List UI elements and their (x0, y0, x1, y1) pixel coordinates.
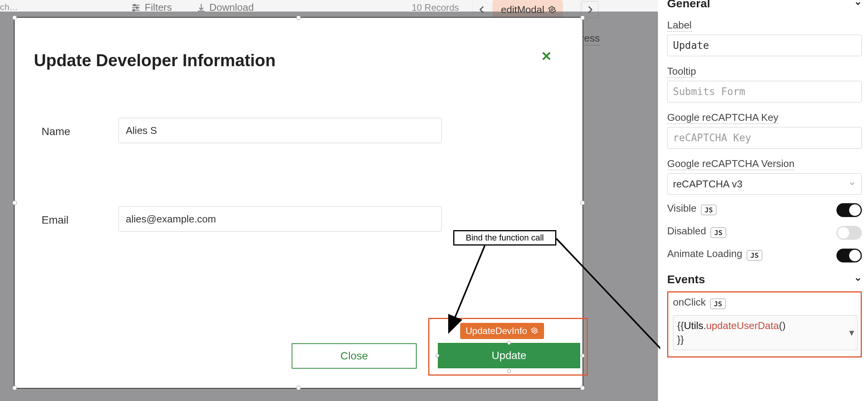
code-open: {{ (677, 320, 684, 331)
update-button-selection: UpdateDevInfo Update (428, 318, 588, 376)
search-placeholder-fragment: ch... (0, 2, 18, 12)
prop-recaptcha-version-value: reCAPTCHA v3 (673, 178, 743, 190)
prop-label-input[interactable] (667, 35, 862, 56)
resize-handle[interactable] (580, 386, 585, 390)
prop-animate-row: Animate Loading JS (667, 248, 862, 263)
name-input[interactable] (119, 118, 442, 143)
resize-handle[interactable] (580, 200, 585, 205)
prop-recaptcha-key-label: Google reCAPTCHA Key (667, 112, 778, 124)
prop-recaptcha-version-select[interactable]: reCAPTCHA v3 (667, 173, 862, 195)
close-icon[interactable]: ✕ (541, 48, 552, 64)
prop-disabled-toggle[interactable] (836, 226, 862, 240)
prop-label-label: Label (667, 19, 692, 32)
prop-recaptcha-version-label: Google reCAPTCHA Version (667, 158, 795, 170)
events-highlight-box: onClick JS {{Utils.updateUserData()}} ▾ (667, 291, 862, 358)
update-button[interactable]: Update (438, 343, 580, 368)
svg-point-5 (133, 9, 134, 11)
filters-icon (131, 3, 141, 13)
prop-onclick-code[interactable]: {{Utils.updateUserData()}} ▾ (673, 315, 858, 350)
section-events-label: Events (667, 273, 705, 286)
caret-down-icon[interactable]: ▾ (849, 326, 854, 339)
code-fn: updateUserData (706, 320, 779, 331)
svg-point-7 (534, 330, 536, 332)
prop-animate-label: Animate Loading (667, 248, 742, 260)
resize-handle[interactable] (296, 15, 301, 20)
prop-onclick-label: onClick (673, 296, 706, 308)
prop-visible-toggle[interactable] (836, 203, 862, 217)
resize-handle[interactable] (581, 354, 585, 358)
code-paren: () (779, 320, 786, 331)
svg-point-1 (134, 4, 135, 6)
prop-visible-label: Visible (667, 202, 696, 214)
code-obj: Utils (684, 320, 703, 331)
name-label: Name (42, 125, 99, 138)
form-row-name: Name (42, 125, 99, 138)
section-events-header[interactable]: Events (667, 273, 862, 286)
annotation-note: Bind the function call (453, 230, 556, 246)
edit-modal[interactable]: Update Developer Information ✕ Name Emai… (14, 17, 583, 389)
chevron-down-icon (848, 178, 856, 190)
chevron-down-icon (854, 0, 862, 10)
resize-handle[interactable] (580, 15, 585, 20)
close-button[interactable]: Close (292, 343, 417, 369)
svg-point-3 (136, 7, 138, 8)
resize-handle[interactable] (12, 200, 17, 205)
email-label: Email (42, 214, 99, 226)
resize-handle[interactable] (436, 354, 439, 358)
resize-handle[interactable] (12, 15, 17, 20)
prop-disabled-label: Disabled (667, 225, 706, 237)
js-badge[interactable]: JS (711, 227, 726, 238)
properties-panel: General Label Tooltip Google reCAPTCHA K… (660, 0, 868, 401)
section-general-label: General (667, 0, 710, 10)
resize-handle[interactable] (296, 386, 301, 390)
email-input[interactable] (119, 206, 442, 232)
resize-handle[interactable] (507, 369, 511, 373)
js-badge[interactable]: JS (701, 205, 716, 215)
widget-tag-updatedevinfo[interactable]: UpdateDevInfo (460, 323, 544, 339)
section-general-header[interactable]: General (667, 0, 862, 10)
resize-handle[interactable] (12, 386, 17, 390)
download-icon (196, 3, 206, 13)
prop-visible-row: Visible JS (667, 202, 862, 217)
form-row-email: Email (42, 214, 99, 226)
prop-disabled-row: Disabled JS (667, 225, 862, 240)
prop-animate-toggle[interactable] (836, 249, 862, 262)
prop-recaptcha-key-input[interactable] (667, 127, 862, 149)
prop-tooltip-label: Tooltip (667, 65, 696, 78)
svg-point-6 (551, 9, 553, 11)
chevron-down-icon (854, 273, 862, 286)
code-close: }} (677, 334, 684, 345)
resize-handle[interactable] (507, 341, 511, 345)
js-badge[interactable]: JS (747, 250, 762, 261)
gear-icon[interactable] (531, 327, 539, 335)
widget-tag-updatedevinfo-label: UpdateDevInfo (466, 326, 527, 336)
js-badge[interactable]: JS (710, 299, 726, 309)
modal-title: Update Developer Information (34, 51, 275, 70)
prop-tooltip-input[interactable] (667, 81, 862, 102)
